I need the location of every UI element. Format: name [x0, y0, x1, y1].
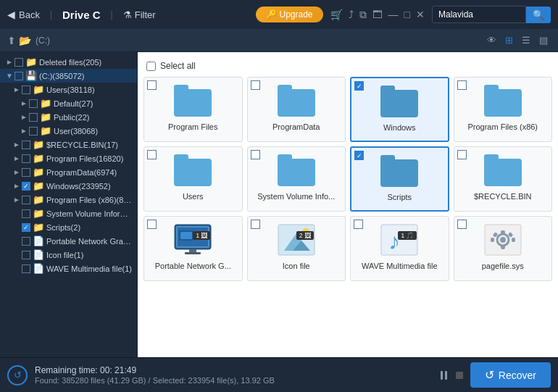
item-label: Icon file(1): [46, 251, 83, 259]
svg-rect-18: [491, 238, 494, 242]
recover-button[interactable]: ↺ Recover: [470, 362, 551, 388]
grid-item-wavefile[interactable]: ♪ 1 🎵 WAVE Multimedia file: [350, 216, 449, 281]
sidebar-item-public[interactable]: ► 📁 Public(22): [0, 110, 137, 124]
checkbox-windows[interactable]: ✓: [22, 182, 30, 191]
checkbox-public[interactable]: [29, 113, 38, 122]
grid-item-png[interactable]: 1 🖼 Portable Network G...: [143, 216, 243, 281]
grid-item-recyclebin[interactable]: $RECYCLE.BIN: [454, 146, 553, 212]
sidebar-item-sysvolume[interactable]: 📁 System Volume Informa...: [0, 207, 137, 220]
upgrade-button[interactable]: 🔑 Upgrade: [256, 7, 323, 22]
key-icon: 🔑: [266, 9, 277, 20]
sidebar-item-wavefile[interactable]: 📄 WAVE Multimedia file(1): [0, 262, 137, 275]
search-input[interactable]: [432, 6, 526, 23]
select-all-checkbox[interactable]: [146, 62, 156, 71]
grid-checkbox[interactable]: [251, 150, 260, 159]
grid-item-programfilesx86[interactable]: Program Files (x86): [454, 77, 553, 142]
close-icon[interactable]: ✕: [416, 9, 425, 21]
select-all-label: Select all: [160, 61, 196, 71]
view-icons: 👁 ⊞ ☰ ▤: [484, 33, 551, 47]
detail-view-icon[interactable]: ▤: [536, 33, 551, 47]
toolbar: ⬆ 📂 (C:) 👁 ⊞ ☰ ▤: [0, 29, 558, 52]
mountain-svg: [277, 223, 316, 257]
sidebar-item-cdrive[interactable]: ▼ 💾 (C:)(385072): [0, 69, 137, 83]
sidebar-item-deleted[interactable]: ► 📁 Deleted files(205): [0, 55, 137, 69]
grid-item-scripts[interactable]: ✓ Scripts: [350, 146, 449, 212]
checkbox-programfiles[interactable]: [22, 154, 30, 163]
grid-checkbox[interactable]: [147, 220, 157, 229]
checkbox-iconfile[interactable]: [22, 251, 30, 259]
sidebar-item-default[interactable]: ► 📁 Default(27): [0, 96, 137, 110]
grid-checkbox[interactable]: [457, 150, 467, 159]
filter-button[interactable]: ⚗ Filter: [123, 9, 156, 20]
stop-button[interactable]: [456, 372, 463, 379]
share-icon[interactable]: ⤴: [349, 9, 354, 21]
pause-bar2: [445, 371, 447, 380]
grid-checkbox[interactable]: [147, 80, 157, 90]
grid-checkbox[interactable]: ✓: [354, 81, 364, 91]
item-label: (C:)(385072): [39, 72, 84, 80]
drive-label: Drive C: [62, 9, 101, 21]
remaining-time: Remaining time: 00: 21:49: [35, 365, 433, 375]
svg-rect-3: [185, 252, 201, 254]
checkbox-programdata[interactable]: [22, 168, 30, 177]
sidebar-item-programdata[interactable]: ► 📁 ProgramData(6974): [0, 165, 137, 179]
sidebar-item-png[interactable]: 📄 Portable Network Graph...: [0, 234, 137, 248]
filter-icon: ⚗: [123, 9, 132, 20]
grid-item-iconfile[interactable]: 2 🖼 Icon file: [247, 216, 346, 281]
grid-checkbox[interactable]: [354, 220, 363, 229]
copy-icon[interactable]: ⧉: [359, 9, 367, 21]
checkbox-users[interactable]: [22, 86, 30, 94]
cart-icon[interactable]: 🛒: [330, 9, 343, 21]
grid-item-pagefile[interactable]: pagefile.sys: [454, 216, 553, 281]
pause-controls[interactable]: [441, 371, 463, 380]
recover-label: Recover: [499, 370, 536, 381]
checkbox-programfilesx86[interactable]: [22, 196, 30, 204]
sidebar-item-programfiles[interactable]: ► 📁 Program Files(16820): [0, 151, 137, 165]
music-svg: ♪: [380, 223, 419, 257]
grid-view-icon[interactable]: ⊞: [502, 33, 516, 47]
sidebar-item-programfilesx86[interactable]: ► 📁 Program Files (x86)(8918: [0, 193, 137, 207]
grid-item-windows[interactable]: ✓ Windows: [350, 77, 449, 142]
grid-checkbox[interactable]: ✓: [354, 151, 364, 160]
grid-item-sysvolume[interactable]: System Volume Info...: [247, 146, 346, 212]
checkbox-png[interactable]: [22, 237, 30, 246]
scan-animation-icon: ↺: [7, 365, 28, 385]
maximize-icon[interactable]: □: [404, 9, 410, 21]
sidebar-item-recycle[interactable]: ► 📁 $RECYCLE.BIN(17): [0, 138, 137, 151]
minimize-icon[interactable]: —: [388, 9, 399, 21]
checkbox-cdrive[interactable]: [14, 72, 23, 80]
grid-item-programdata[interactable]: ProgramData: [247, 77, 346, 142]
sidebar-item-windows[interactable]: ► ✓ 📁 Windows(233952): [0, 179, 137, 193]
nav-folder-icon[interactable]: 📂: [19, 35, 31, 46]
folder-icon: 📁: [40, 112, 51, 122]
checkbox-sysvolume[interactable]: [22, 209, 30, 218]
restore-icon[interactable]: 🗔: [372, 9, 383, 21]
sidebar-item-user38068[interactable]: ► 📁 User(38068): [0, 124, 137, 138]
checkbox-wavefile[interactable]: [22, 264, 30, 273]
grid-checkbox[interactable]: [457, 220, 467, 229]
checkbox-user38068[interactable]: [29, 127, 38, 135]
list-view-icon[interactable]: ☰: [519, 33, 533, 47]
item-label: Scripts(2): [46, 223, 80, 232]
checkbox-default[interactable]: [29, 99, 38, 108]
grid-checkbox[interactable]: [147, 150, 157, 159]
grid-item-programfiles[interactable]: Program Files: [143, 77, 243, 142]
grid-checkbox[interactable]: [457, 80, 467, 90]
monitor-svg: [173, 223, 212, 257]
sidebar-item-scripts[interactable]: ✓ 📁 Scripts(2): [0, 220, 137, 234]
grid-checkbox[interactable]: [251, 220, 260, 229]
item-label: WAVE Multimedia file: [355, 262, 444, 270]
back-button[interactable]: ◀ Back: [7, 9, 40, 20]
sidebar-item-users[interactable]: ► 📁 Users(38118): [0, 83, 137, 96]
svg-rect-19: [512, 238, 515, 242]
grid-checkbox[interactable]: [251, 80, 260, 90]
sidebar-item-iconfile[interactable]: 📄 Icon file(1): [0, 248, 137, 262]
checkbox-scripts[interactable]: ✓: [22, 223, 30, 232]
preview-icon[interactable]: 👁: [484, 33, 499, 47]
grid-item-users[interactable]: Users: [143, 146, 243, 212]
nav-up-icon[interactable]: ⬆: [7, 35, 16, 46]
checkbox-recycle[interactable]: [22, 141, 30, 149]
search-bar: 🔍: [432, 6, 551, 23]
search-button[interactable]: 🔍: [526, 7, 551, 23]
checkbox-deleted[interactable]: [14, 58, 23, 67]
